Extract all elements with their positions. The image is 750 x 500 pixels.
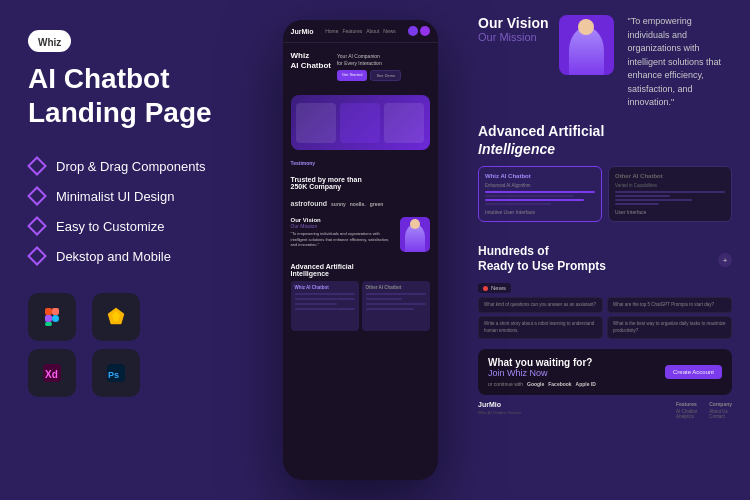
prompt-box-1[interactable]: What kind of questions can you answer as… — [478, 297, 603, 313]
feature-item-3: Easy to Customize — [28, 217, 232, 235]
diamond-icon-1 — [27, 156, 47, 176]
svg-rect-3 — [45, 322, 52, 326]
news-badge: News — [478, 283, 511, 293]
social-login: or continue with Google Facebook Apple I… — [488, 381, 596, 387]
footer-cols: Features AI Chatbot Analytics Company Ab… — [676, 401, 732, 419]
prompt-row-2: Write a short story about a robot learni… — [478, 316, 732, 339]
ai-comp-other-line-2 — [615, 195, 670, 197]
phone-ai-cards: Whiz AI Chatbot Other AI Chatbot — [291, 281, 430, 331]
svg-text:Xd: Xd — [45, 369, 58, 380]
right-footer: JurMio Whiz AI Chatbot Service Features … — [478, 401, 732, 419]
phone-ai-card-whiz: Whiz AI Chatbot — [291, 281, 359, 331]
prompt-box-2[interactable]: What are the top 5 ChatGPT Prompts to st… — [607, 297, 732, 313]
prompts-section: Hundreds of Ready to Use Prompts + News … — [478, 244, 732, 339]
phone-vision-quote: "To empowering individuals and organizat… — [291, 231, 395, 248]
phone-ai-card-other: Other AI Chatbot — [362, 281, 430, 331]
phone-nav-features: Features — [342, 28, 362, 34]
diamond-icon-3 — [27, 216, 47, 236]
phone-ai-line-4 — [295, 308, 355, 310]
ai-comp-other-sub: Varied in Capabilities — [615, 183, 725, 188]
feature-icon-2 — [28, 187, 46, 205]
feature-text-1: Drop & Drag Components — [56, 159, 206, 174]
phone-card-mini-3 — [384, 103, 424, 143]
phone-vision-img — [400, 217, 430, 252]
phone-nav-news: News — [383, 28, 396, 34]
prompt-text-3: Write a short story about a robot learni… — [484, 321, 597, 334]
phone-hero-visual-inner — [292, 99, 428, 147]
phone-testimony: Testimony — [283, 156, 438, 170]
footer-link-4[interactable]: Contact — [709, 414, 732, 419]
phone-hero: WhizAI Chatbot Your AI Companionfor Ever… — [283, 43, 438, 89]
phone-hero-title: WhizAI Chatbot — [291, 51, 331, 70]
right-vision-title: Our Vision — [478, 15, 549, 31]
news-text: News — [491, 285, 506, 291]
join-subtitle: Join Whiz Now — [488, 368, 596, 378]
social-facebook[interactable]: Facebook — [548, 381, 571, 387]
phone-nav-links: Home Features About News — [325, 28, 396, 34]
expand-prompts-btn[interactable]: + — [718, 253, 732, 267]
phone-mockup: JurMio Home Features About News WhizAI C… — [283, 20, 438, 480]
right-ai-title: Advanced Artificial Intelligence — [478, 122, 732, 158]
ai-comp-other-line-1 — [615, 191, 725, 193]
phone-ai-title: Advanced ArtificialIntelligence — [291, 263, 430, 277]
footer-tagline: Whiz AI Chatbot Service — [478, 410, 521, 415]
prompt-text-2: What are the top 5 ChatGPT Prompts to st… — [613, 302, 726, 308]
svg-rect-1 — [52, 308, 59, 315]
news-dot — [483, 286, 488, 291]
feature-item-2: Minimalist UI Design — [28, 187, 232, 205]
brand-badge: Whiz — [28, 30, 71, 52]
ai-comp-line-4 — [485, 203, 551, 205]
feature-icon-4 — [28, 247, 46, 265]
tool-icons-grid: Xd Ps — [28, 293, 148, 397]
phone-ai-line-1 — [295, 293, 355, 295]
phone-hero-subtitle: Your AI Companionfor Every Interaction — [337, 53, 430, 66]
phone-cta-btn[interactable]: Get Started — [337, 70, 367, 81]
phone-ai-other-line-2 — [366, 298, 402, 300]
ai-comp-line-3 — [485, 199, 584, 201]
ai-comp-other-label: User Interface — [615, 209, 725, 215]
footer-brand: JurMio — [478, 401, 521, 408]
phone-nav-about: About — [366, 28, 379, 34]
brand-badge-text: Whiz — [38, 37, 61, 48]
svg-text:Ps: Ps — [108, 370, 119, 380]
phone-ai-other-line-3 — [366, 303, 426, 305]
ai-comp-whiz-label: Intuitive User Interface — [485, 209, 595, 215]
right-ai-section: Advanced Artificial Intelligence Whiz AI… — [478, 122, 732, 234]
social-google[interactable]: Google — [527, 381, 544, 387]
left-panel: Whiz AI ChatbotLanding Page Drop & Drag … — [0, 0, 260, 500]
figma-icon — [28, 293, 76, 341]
mini-avatar-2 — [420, 26, 430, 36]
prompt-text-1: What kind of questions can you answer as… — [484, 302, 597, 308]
prompt-text-4: What is the best way to organize daily t… — [613, 321, 726, 334]
ai-comp-card-other: Other AI Chatbot Varied in Capabilities … — [608, 166, 732, 222]
sketch-icon — [92, 293, 140, 341]
feature-text-2: Minimalist UI Design — [56, 189, 174, 204]
ai-comp-other-line-4 — [615, 203, 659, 205]
right-vision-block: Our Vision Our Mission "To empowering in… — [478, 15, 732, 110]
prompt-box-3[interactable]: Write a short story about a robot learni… — [478, 316, 603, 339]
footer-features-title: Features — [676, 401, 697, 407]
prompt-rows: What kind of questions can you answer as… — [478, 297, 732, 339]
ai-comp-other-line-3 — [615, 199, 692, 201]
footer-col-company: Company About Us Contact — [709, 401, 732, 419]
brand-noelle: noelle. — [350, 201, 366, 207]
brand-sunny: sunny — [331, 201, 346, 207]
ps-icon: Ps — [92, 349, 140, 397]
phone-nav: JurMio Home Features About News — [283, 20, 438, 43]
prompt-box-4[interactable]: What is the best way to organize daily t… — [607, 316, 732, 339]
phone-card-mini-2 — [340, 103, 380, 143]
right-mission-label: Our Mission — [478, 31, 549, 43]
phone-trusted-title: Trusted by more than — [291, 176, 430, 183]
join-button[interactable]: Create Account — [665, 365, 722, 379]
feature-icon-3 — [28, 217, 46, 235]
page-title: AI ChatbotLanding Page — [28, 62, 232, 129]
social-appleid[interactable]: Apple ID — [576, 381, 596, 387]
prompt-row-1: What kind of questions can you answer as… — [478, 297, 732, 313]
phone-trusted: Trusted by more than 250K Company — [283, 170, 438, 196]
ai-comp-line-1 — [485, 191, 595, 193]
diamond-icon-4 — [27, 246, 47, 266]
phone-hero-visual — [291, 95, 430, 150]
phone-demo-btn[interactable]: See Demo — [370, 70, 401, 81]
footer-link-2[interactable]: Analytics — [676, 414, 697, 419]
right-vision-img — [559, 15, 614, 75]
